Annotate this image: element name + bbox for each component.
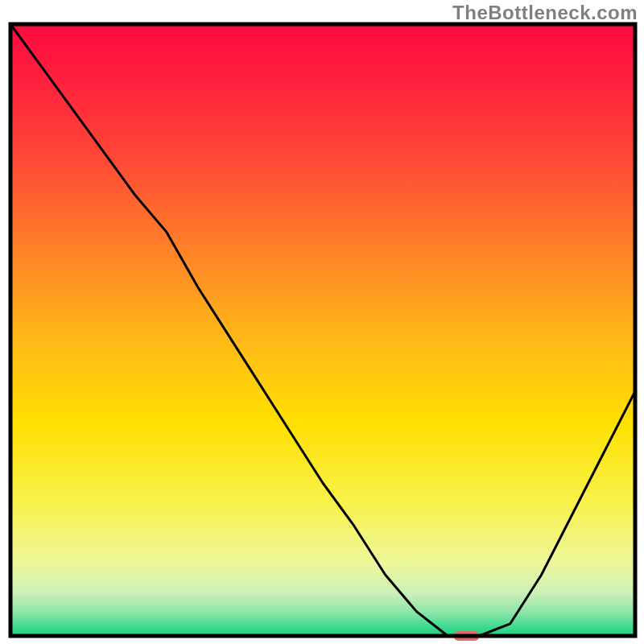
plot-background	[10, 24, 635, 636]
chart-svg	[0, 0, 644, 644]
chart-container: { "watermark": "TheBottleneck.com", "cha…	[0, 0, 644, 644]
watermark-text: TheBottleneck.com	[452, 2, 638, 24]
